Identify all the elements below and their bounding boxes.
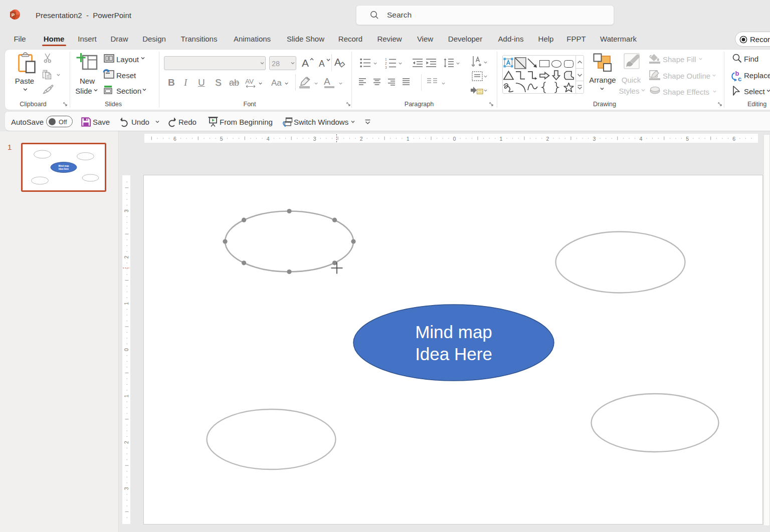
svg-text:Mind map: Mind map (59, 165, 69, 167)
svg-text:Idea Here: Idea Here (59, 168, 69, 170)
